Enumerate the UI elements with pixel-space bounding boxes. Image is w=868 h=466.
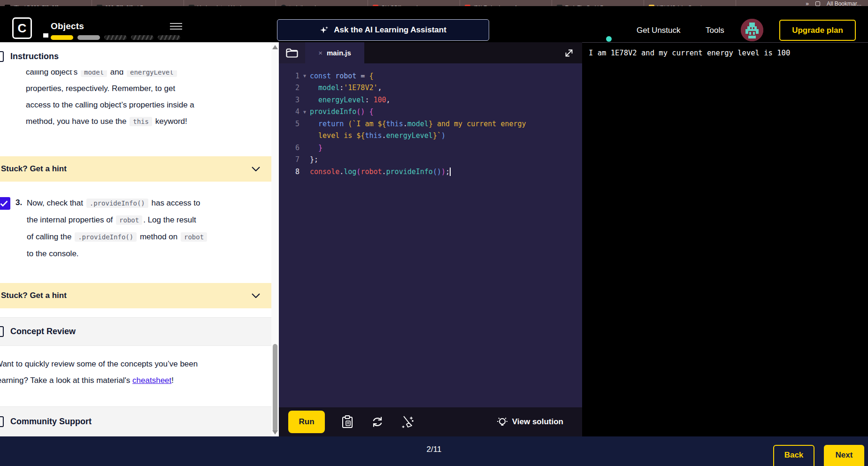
progress-pill-done[interactable]: [51, 35, 73, 40]
scroll-up-arrow[interactable]: [272, 45, 278, 49]
broom-sparkle-icon: [400, 414, 415, 429]
lesson-footer: 2/11 Back Next: [0, 436, 868, 466]
inline-code: .provideInfo(): [75, 232, 137, 242]
code-line[interactable]: 2 model:'1E78V2',: [279, 82, 582, 94]
community-support-label: Community Support: [10, 417, 92, 427]
codecademy-logo[interactable]: C: [12, 17, 32, 39]
all-bookmarks-label[interactable]: All Bookmar...: [827, 0, 861, 6]
logo-letter: C: [18, 21, 27, 36]
concept-review-icon: [0, 326, 4, 337]
code-text: level is ${this.energyLevel}`): [310, 131, 446, 140]
code-area[interactable]: 1▼const robot = {2 model:'1E78V2',3 ener…: [279, 63, 582, 407]
code-line[interactable]: 7};: [279, 154, 582, 166]
sparkle-icon: [320, 25, 329, 35]
code-text: energyLevel: 100,: [310, 96, 391, 104]
page-indicator: 2/11: [0, 445, 868, 454]
browser-tab[interactable]: (51) Today is new fa...: [460, 0, 552, 6]
task-number: 3.: [15, 198, 27, 207]
view-solution-label: View solution: [512, 417, 563, 427]
chevron-down-icon: [252, 167, 260, 171]
menu-icon[interactable]: [170, 23, 182, 31]
app-header: C Objects Ask the AI Learning Assistant …: [0, 6, 868, 42]
browser-tab[interactable]: teslathegod: [276, 0, 368, 6]
avatar-pixel-art: [741, 19, 763, 41]
code-line[interactable]: level is ${this.energyLevel}`): [279, 130, 582, 142]
browser-tab[interactable]: ✕(5) : (@090c7f0c0f0...: [0, 0, 92, 6]
status-dot: [606, 36, 612, 42]
tab-overflow-chevron[interactable]: »: [806, 0, 809, 6]
code-line[interactable]: 1▼const robot = {: [279, 70, 582, 82]
browser-tab[interactable]: GH OBills very impo...: [368, 0, 460, 6]
scroll-down-arrow[interactable]: [272, 430, 278, 435]
fold-arrow-icon[interactable]: ▼: [300, 73, 310, 78]
progress-pill-todo[interactable]: [104, 35, 127, 40]
folder-icon: [285, 47, 299, 59]
code-line[interactable]: 5 return (`I am ${this.model} and my cur…: [279, 118, 582, 130]
instructions-scrollbar[interactable]: [271, 42, 279, 436]
checkmark-icon: [0, 200, 8, 206]
expand-icon: [564, 48, 574, 58]
browser-tab[interactable]: ❘❘TeslaTheGod | Prom...: [552, 0, 644, 6]
browser-tab[interactable]: ❘❘hledescriptor | Hack...: [184, 0, 276, 6]
instructions-header: Instructions: [0, 42, 271, 70]
tools-link[interactable]: Tools: [706, 26, 724, 35]
cheatsheet-link[interactable]: cheatsheet: [132, 376, 171, 385]
avatar[interactable]: [741, 19, 763, 41]
browser-tabs[interactable]: ✕(5) : (@090c7f0c0f0...❘❘090c7f0c0f0c | …: [0, 0, 736, 6]
progress-pill-current[interactable]: [77, 35, 100, 40]
console-panel[interactable]: I am 1E78V2 and my current energy level …: [582, 42, 868, 436]
task-checkbox[interactable]: [0, 197, 10, 210]
progress-pill-todo[interactable]: [131, 35, 154, 40]
progress-pills: [51, 35, 180, 40]
line-number: 7: [279, 155, 300, 164]
instructions-header-label: Instructions: [10, 52, 59, 61]
community-support-header[interactable]: Community Support: [0, 406, 271, 436]
line-number: 5: [279, 120, 300, 128]
run-button[interactable]: Run: [288, 411, 325, 433]
file-tree-toggle[interactable]: [279, 42, 305, 63]
code-text: provideInfo() {: [310, 107, 373, 116]
close-tab-icon[interactable]: ×: [318, 49, 323, 57]
code-editor-panel: × main.js 1▼const robot = {2 model:'1E78…: [279, 42, 582, 436]
code-line[interactable]: 4▼provideInfo() {: [279, 106, 582, 118]
browser-tab[interactable]: YBHMS (p) - Google...: [644, 0, 736, 6]
ai-button-label: Ask the AI Learning Assistant: [334, 25, 446, 35]
get-unstuck-link[interactable]: Get Unstuck: [637, 26, 681, 35]
concept-review-header[interactable]: Concept Review: [0, 317, 271, 346]
clipboard-icon: [341, 415, 354, 429]
ai-assistant-button[interactable]: Ask the AI Learning Assistant: [277, 19, 489, 41]
code-line[interactable]: 3 energyLevel: 100,: [279, 94, 582, 106]
hint-bar-2[interactable]: Stuck? Get a hint: [0, 283, 271, 308]
code-line[interactable]: 6 }: [279, 142, 582, 154]
format-code-button[interactable]: [400, 414, 415, 429]
lesson-title: Objects: [51, 21, 84, 31]
upgrade-plan-button[interactable]: Upgrade plan: [779, 20, 856, 41]
code-line[interactable]: 8console.log(robot.provideInfo());: [279, 166, 582, 178]
task-text: Now, check that .provideInfo() has acces…: [27, 195, 208, 262]
back-button[interactable]: Back: [773, 445, 814, 466]
code-text: }: [310, 144, 323, 152]
code-text: console.log(robot.provideInfo());: [310, 168, 451, 176]
tab-filename: main.js: [327, 49, 351, 57]
hint-bar-1[interactable]: Stuck? Get a hint: [0, 156, 271, 182]
code-text: return (`I am ${this.model} and my curre…: [310, 120, 526, 128]
view-solution-button[interactable]: View solution: [496, 416, 563, 428]
browser-tab[interactable]: ❘❘090c7f0c0f0c | Prom...: [92, 0, 184, 6]
progress-pill-todo[interactable]: [158, 35, 180, 40]
line-number: 2: [279, 84, 300, 92]
instructions-icon: [0, 51, 4, 62]
instructions-intro-text: calling object’s model and energyLevelpr…: [26, 64, 194, 130]
line-number: 1: [279, 72, 300, 80]
inline-code: this: [130, 117, 152, 126]
text-cursor: [450, 168, 451, 176]
expand-editor-button[interactable]: [556, 42, 582, 63]
chevron-down-icon: [252, 293, 260, 298]
scrollbar-thumb[interactable]: [273, 344, 277, 432]
concept-review-label: Concept Review: [10, 327, 76, 336]
copy-code-button[interactable]: [340, 414, 355, 429]
reset-code-button[interactable]: [370, 414, 385, 429]
fold-arrow-icon[interactable]: ▼: [300, 109, 310, 115]
tab-main-js[interactable]: × main.js: [305, 42, 364, 63]
logo-underscore: [43, 33, 48, 38]
next-button[interactable]: Next: [824, 445, 864, 466]
